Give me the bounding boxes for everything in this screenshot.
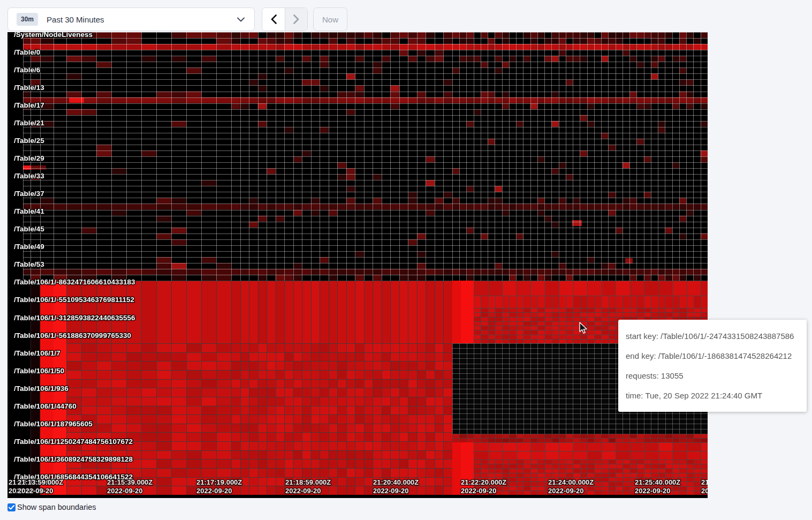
hover-tooltip: start key: /Table/106/1/-247433150824388… <box>618 320 807 412</box>
tooltip-time: time: Tue, 20 Sep 2022 21:24:40 GMT <box>626 386 799 405</box>
show-span-boundaries-label: Show span boundaries <box>17 503 96 511</box>
prev-window-button[interactable] <box>262 8 285 31</box>
toolbar: 30m Past 30 Minutes Now <box>7 7 347 31</box>
key-visualizer-page: 30m Past 30 Minutes Now start key: /Tabl… <box>0 0 812 520</box>
tooltip-start-key: start key: /Table/106/1/-247433150824388… <box>626 326 799 346</box>
show-span-boundaries-checkbox[interactable] <box>7 503 16 511</box>
key-visualizer-heatmap[interactable] <box>7 32 708 498</box>
time-window-dropdown[interactable]: 30m Past 30 Minutes <box>7 7 255 31</box>
checkmark-icon <box>9 505 14 510</box>
tooltip-requests: requests: 13055 <box>626 366 799 386</box>
time-nav-group <box>262 7 308 31</box>
time-window-badge: 30m <box>17 13 38 26</box>
chevron-left-icon <box>271 14 277 24</box>
time-window-label: Past 30 Minutes <box>47 15 104 24</box>
show-span-boundaries-row: Show span boundaries <box>7 503 96 511</box>
chevron-down-icon <box>237 17 245 22</box>
tooltip-end-key: end key: /Table/106/1/-18683814745282642… <box>626 346 799 366</box>
now-button[interactable]: Now <box>313 7 347 31</box>
chevron-right-icon <box>293 14 299 24</box>
next-window-button[interactable] <box>285 8 307 31</box>
